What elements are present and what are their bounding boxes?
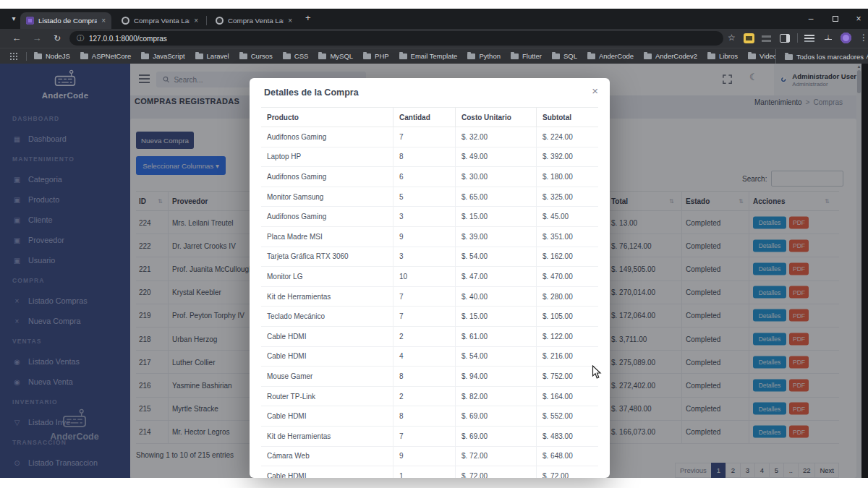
folder-icon [363,53,371,59]
folder-icon [34,53,42,59]
cell-subtotal: $. 164.00 [536,387,598,406]
extension-icon[interactable] [744,33,754,43]
minimize-button[interactable]: – [800,9,822,29]
cell-cantidad: 9 [393,447,455,466]
cell-cantidad: 8 [393,147,455,167]
side-panel-icon[interactable] [780,34,790,43]
bookmark-folder[interactable]: Python [467,52,501,60]
bookmark-folder[interactable]: AnderCodev2 [644,52,697,60]
maximize-button[interactable] [825,9,846,29]
bookmark-label: Flutter [522,52,542,60]
window-edge [861,64,868,478]
bookmark-label: AnderCodev2 [655,52,697,60]
modal-table-row: Router TP-Link 2 $. 82.00 $. 164.00 [261,387,598,407]
cell-producto: Router TP-Link [261,387,393,406]
cell-subtotal: $. 72.00 [536,466,598,478]
folder-icon [511,53,519,59]
tab-close-icon[interactable]: × [101,17,106,25]
reload-icon[interactable]: ↻ [51,32,64,45]
cell-cantidad: 7 [393,307,455,326]
tab-close-icon[interactable]: × [194,17,198,25]
address-bar[interactable]: ⓘ 127.0.0.1:8000/compras [69,31,723,46]
bookmark-label: Email Template [411,52,458,60]
folder-icon [283,53,291,59]
modal-table-row: Audifonos Gaming 3 $. 15.00 $. 45.00 [261,207,598,227]
browser-profile-avatar[interactable] [841,33,851,43]
bookmark-folder[interactable]: PHP [363,52,389,60]
download-icon[interactable]: ↓ [823,32,833,40]
bookmark-folder[interactable]: NodeJS [34,52,70,60]
bookmark-label: Python [479,52,501,60]
cell-costo: $. 54.00 [455,247,536,267]
cell-costo: $. 61.00 [455,327,536,346]
site-info-icon[interactable]: ⓘ [77,33,84,43]
cell-cantidad: 7 [393,427,455,446]
cell-cantidad: 1 [393,466,455,478]
modal-column-costo-unitario: Costo Unitario [455,108,536,127]
bookmark-folder[interactable]: CSS [283,52,309,60]
cell-subtotal: $. 470.00 [536,267,598,286]
cell-cantidad: 10 [393,267,455,286]
bookmark-folder[interactable]: Cursos [239,52,273,60]
cell-producto: Tarjeta Gráfica RTX 3060 [261,247,393,267]
window-close-button[interactable]: × [849,9,868,29]
modal-table-row: Tarjeta Gráfica RTX 3060 3 $. 54.00 $. 1… [261,247,598,267]
bookmark-folder[interactable]: ASPNetCore [80,52,131,60]
cell-cantidad: 4 [393,347,455,367]
modal-table-body: Audifonos Gaming 7 $. 32.00 $. 224.00 La… [261,127,598,478]
folder-icon [80,53,88,59]
folder-icon [195,53,203,59]
tab-title: Compra Venta Laravel - Mostra [134,17,190,25]
modal-table-row: Cable HDMI 4 $. 54.00 $. 216.00 [261,347,598,367]
bookmark-folder[interactable]: AnderCode [587,52,634,60]
new-tab-button[interactable]: + [305,12,311,23]
cell-subtotal: $. 483.00 [536,427,598,446]
all-bookmarks-button[interactable]: Todos los marcadores [775,49,864,64]
bookmark-folder[interactable]: Flutter [511,52,542,60]
modal-column-subtotal: Subtotal [536,108,598,127]
back-icon[interactable]: ← [10,32,23,45]
bookmark-folder[interactable]: MySQL [318,52,353,60]
bookmark-label: Laravel [207,52,229,60]
folder-icon [239,53,247,59]
bookmark-folder[interactable]: SQL [552,52,577,60]
forward-icon[interactable]: → [30,32,43,45]
cell-subtotal: $. 280.00 [536,287,598,307]
folder-icon [707,53,715,59]
cell-cantidad: 7 [393,127,455,147]
cell-costo: $. 15.00 [455,207,536,226]
modal-table-row: Laptop HP 8 $. 49.00 $. 392.00 [261,147,598,168]
tab-listado-de-compras[interactable]: Listado de Compras × [20,12,111,29]
bookmark-folder[interactable]: Laravel [195,52,229,60]
cell-cantidad: 8 [393,367,455,386]
cell-producto: Kit de Herramientas [261,427,393,446]
extension-icon-dim[interactable] [762,35,771,38]
cell-cantidad: 3 [393,207,455,226]
cell-producto: Kit de Herramientas [261,287,393,307]
cell-subtotal: $. 392.00 [536,147,598,167]
cell-costo: $. 40.00 [455,287,536,307]
cell-subtotal: $. 552.00 [536,406,598,426]
bookmark-star-icon[interactable]: ☆ [728,33,736,43]
tab-compra-venta-1[interactable]: Compra Venta Laravel - Mostra × [116,12,204,29]
cell-cantidad: 8 [393,406,455,426]
cell-cantidad: 2 [393,387,455,406]
bookmark-folder[interactable]: Email Template [399,52,458,60]
tab-compra-venta-2[interactable]: Compra Venta Laravel - Larave × [210,12,298,29]
bookmark-label: NodeJS [46,52,70,60]
tab-favicon [122,17,129,25]
tab-close-icon[interactable]: × [288,17,292,25]
modal-table-row: Monitor LG 10 $. 47.00 $. 470.00 [261,267,598,287]
bookmark-folder[interactable]: Libros [707,52,738,60]
bookmark-folder[interactable]: JavaScript [141,52,184,60]
apps-grid-icon[interactable] [10,53,17,60]
browser-menu-icon[interactable]: ⋮ [859,33,868,43]
cell-costo: $. 82.00 [455,387,536,406]
modal-close-icon[interactable]: × [592,85,598,97]
extension-icon-2[interactable] [804,35,814,36]
cell-producto: Audifonos Gaming [261,207,393,226]
tab-search-icon[interactable]: ▾ [7,13,20,25]
cell-producto: Laptop HP [261,147,393,167]
modal-table-row: Cable HDMI 2 $. 61.00 $. 122.00 [261,327,598,347]
modal-table-row: Cable HDMI 8 $. 69.00 $. 552.00 [261,406,598,427]
